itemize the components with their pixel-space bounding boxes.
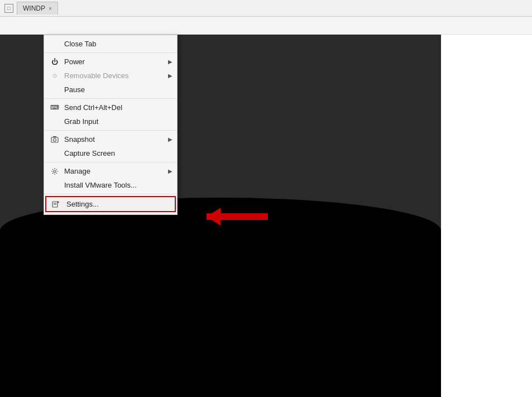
menu-item-manage[interactable]: Manage: [44, 164, 177, 178]
snapshot-icon: [50, 135, 60, 145]
power-label: Power: [64, 58, 85, 66]
title-bar: □ WINDP ×: [0, 0, 532, 17]
tab-label: WINDP: [23, 4, 45, 12]
separator-3: [44, 130, 177, 131]
menu-item-power[interactable]: ⏻ Power: [44, 55, 177, 69]
manage-label: Manage: [64, 167, 90, 175]
menu-item-grab-input[interactable]: Grab Input: [44, 114, 177, 128]
svg-marker-10: [207, 208, 221, 226]
settings-icon: [51, 199, 61, 209]
menu-item-snapshot[interactable]: Snapshot: [44, 132, 177, 146]
send-ctrl-alt-del-label: Send Ctrl+Alt+Del: [64, 103, 122, 112]
power-icon: ⏻: [50, 57, 60, 67]
settings-label: Settings...: [66, 200, 99, 208]
menu-item-install-vmware-tools[interactable]: Install VMware Tools...: [44, 178, 177, 192]
grab-input-label: Grab Input: [64, 117, 98, 126]
close-tab-label: Close Tab: [64, 40, 97, 48]
vm-icon: □: [4, 4, 13, 13]
menu-item-settings[interactable]: Settings...: [45, 196, 176, 212]
menu-item-send-ctrl-alt-del[interactable]: ⌨ Send Ctrl+Alt+Del: [44, 101, 177, 114]
svg-rect-2: [53, 136, 56, 137]
context-menu: Close Tab ⏻ Power ⊙ Removable Devices Pa…: [44, 35, 178, 215]
capture-screen-label: Capture Screen: [64, 149, 115, 157]
title-bar-left: □ WINDP ×: [4, 2, 58, 15]
removable-devices-label: Removable Devices: [64, 71, 129, 80]
toolbar: [0, 17, 532, 35]
main-area: Close Tab ⏻ Power ⊙ Removable Devices Pa…: [0, 35, 532, 397]
separator-2: [44, 98, 177, 99]
svg-rect-0: [51, 137, 58, 142]
svg-point-3: [54, 170, 56, 173]
menu-item-removable-devices[interactable]: ⊙ Removable Devices: [44, 69, 177, 83]
install-vmware-tools-label: Install VMware Tools...: [64, 181, 137, 189]
menu-item-pause[interactable]: Pause: [44, 83, 177, 97]
tab-item[interactable]: WINDP ×: [17, 2, 58, 15]
separator-1: [44, 52, 177, 53]
snapshot-label: Snapshot: [64, 135, 95, 144]
separator-5: [44, 194, 177, 194]
tab-close-button[interactable]: ×: [49, 6, 52, 12]
svg-point-1: [54, 138, 56, 141]
red-arrow-annotation: [179, 205, 279, 229]
pause-label: Pause: [64, 85, 85, 94]
menu-item-capture-screen[interactable]: Capture Screen: [44, 146, 177, 160]
keyboard-icon: ⌨: [50, 103, 60, 113]
menu-item-close-tab[interactable]: Close Tab: [44, 37, 177, 51]
removable-devices-icon: ⊙: [50, 71, 60, 81]
manage-icon: [50, 166, 60, 176]
separator-4: [44, 162, 177, 162]
